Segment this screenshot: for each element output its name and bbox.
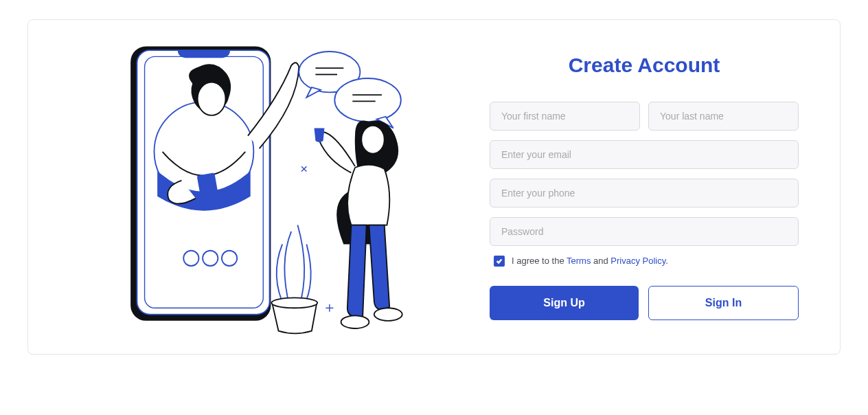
phone-input[interactable] xyxy=(490,179,799,208)
svg-point-12 xyxy=(334,78,401,122)
agree-checkbox[interactable] xyxy=(494,256,505,267)
password-input[interactable] xyxy=(490,217,799,246)
agree-text: I agree to the Terms and Privacy Policy. xyxy=(512,256,668,266)
svg-point-15 xyxy=(361,126,384,154)
svg-point-4 xyxy=(198,82,226,115)
terms-link[interactable]: Terms xyxy=(567,256,591,266)
svg-point-18 xyxy=(271,298,317,308)
signup-card: Create Account I agree to the Terms and … xyxy=(27,19,841,355)
signup-button[interactable]: Sign Up xyxy=(490,286,639,320)
first-name-input[interactable] xyxy=(490,102,640,131)
privacy-link[interactable]: Privacy Policy xyxy=(610,256,665,266)
signup-form: Create Account I agree to the Terms and … xyxy=(490,54,812,320)
last-name-input[interactable] xyxy=(648,102,799,131)
email-input[interactable] xyxy=(490,140,799,169)
check-icon xyxy=(496,258,503,265)
signin-button[interactable]: Sign In xyxy=(648,286,799,320)
svg-point-17 xyxy=(374,308,402,321)
page-title: Create Account xyxy=(490,54,799,77)
svg-point-16 xyxy=(341,315,369,328)
hero-illustration xyxy=(76,34,455,340)
